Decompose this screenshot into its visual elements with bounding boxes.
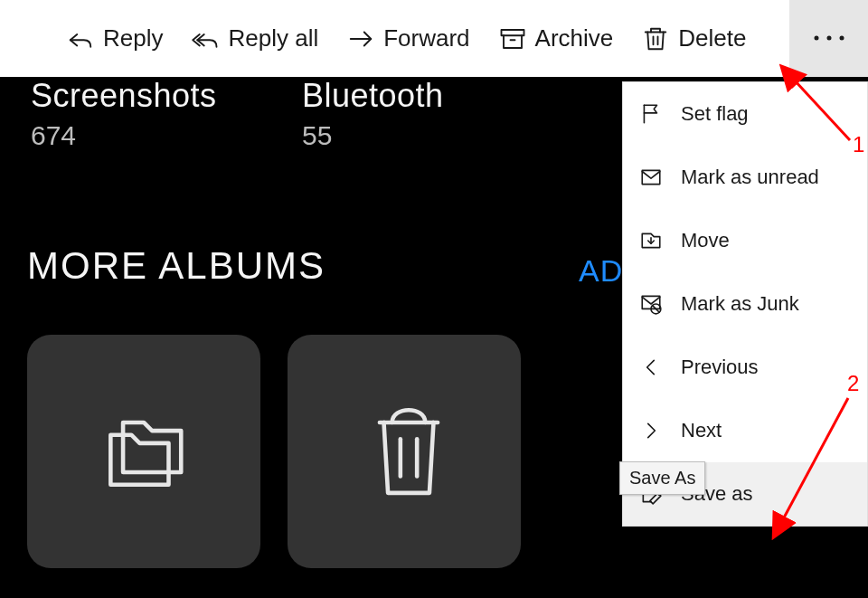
menu-label: Set flag [681,102,749,126]
menu-label: Move [681,229,730,252]
svg-rect-0 [501,30,524,35]
archive-label: Archive [535,24,614,52]
forward-label: Forward [383,24,469,52]
svg-rect-4 [642,170,660,184]
svg-point-3 [839,35,844,40]
tooltip-save-as: Save As [619,461,705,495]
folder-name: Screenshots [31,77,230,115]
reply-all-button[interactable]: Reply all [177,0,333,77]
delete-icon [642,25,669,52]
reply-button[interactable]: Reply [52,0,177,77]
junk-icon [639,292,663,316]
toolbar: Reply Reply all Forward Archive Delete [0,0,868,77]
menu-label: Mark as unread [681,166,819,189]
delete-label: Delete [678,24,746,52]
menu-label: Previous [681,356,759,379]
trash-icon [359,402,449,501]
reply-all-icon [192,25,219,52]
reply-all-label: Reply all [228,24,318,52]
folder-count: 674 [31,120,230,151]
folders-icon [94,402,193,501]
album-folders[interactable] [27,335,260,568]
flag-icon [639,102,663,126]
section-title: MORE ALBUMS [27,244,326,288]
menu-label: Mark as Junk [681,292,799,316]
svg-point-2 [826,35,831,40]
menu-label: Next [681,419,722,442]
menu-item-next[interactable]: Next [623,399,867,462]
reply-label: Reply [103,24,163,52]
menu-item-set-flag[interactable]: Set flag [623,82,867,146]
more-button[interactable] [788,0,868,77]
folder-count: 55 [302,120,501,151]
delete-button[interactable]: Delete [627,0,760,77]
menu-item-move[interactable]: Move [623,209,867,272]
forward-button[interactable]: Forward [333,0,484,77]
envelope-icon [639,166,663,189]
chevron-right-icon [639,419,663,442]
reply-icon [67,25,94,52]
chevron-left-icon [639,356,663,379]
menu-item-mark-unread[interactable]: Mark as unread [623,146,867,209]
add-album-button[interactable]: AD [579,253,623,289]
ellipsis-icon [811,30,847,48]
archive-button[interactable]: Archive [485,0,628,77]
folder-name: Bluetooth [302,77,501,115]
album-trash[interactable] [288,335,521,568]
menu-item-mark-junk[interactable]: Mark as Junk [623,272,867,336]
svg-point-1 [814,35,818,40]
forward-icon [347,25,374,52]
more-menu: Set flag Mark as unread Move Mark as Jun… [622,81,868,527]
menu-item-previous[interactable]: Previous [623,336,867,399]
archive-icon [499,25,526,52]
move-icon [639,229,663,252]
